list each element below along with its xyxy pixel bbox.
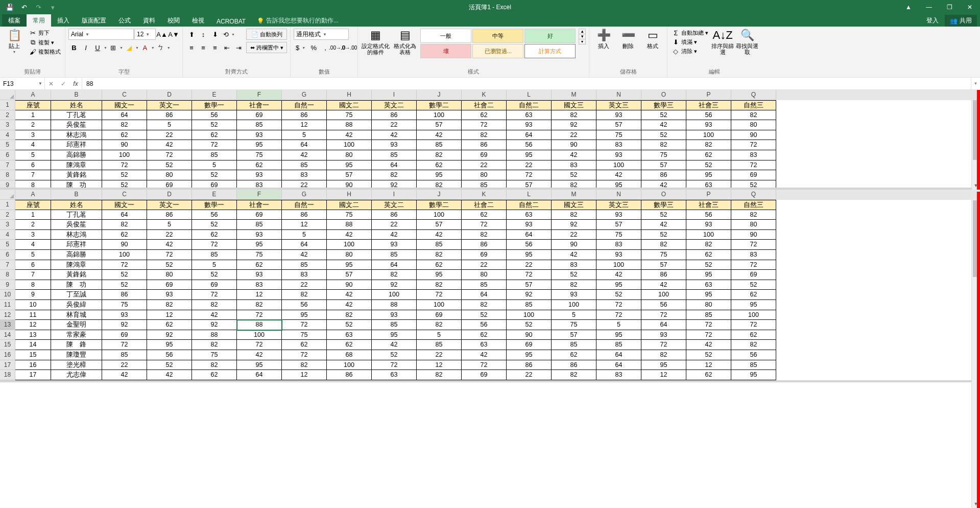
cell[interactable]: 90 xyxy=(731,230,776,240)
cell[interactable]: 93 xyxy=(237,130,282,141)
cell[interactable]: 姓名 xyxy=(51,100,102,110)
cell[interactable]: 93 xyxy=(372,240,417,250)
cell[interactable]: 塗光樟 xyxy=(51,360,102,371)
tab-home[interactable]: 常用 xyxy=(27,14,51,27)
row-header[interactable]: 3 xyxy=(0,120,15,130)
row-header[interactable]: 15 xyxy=(0,340,15,350)
cell[interactable]: 88 xyxy=(237,320,282,330)
cell[interactable]: 2 xyxy=(15,220,51,230)
cell[interactable]: 82 xyxy=(192,360,237,371)
row-header[interactable]: 1 xyxy=(0,100,15,110)
cell[interactable]: 8 xyxy=(15,180,51,190)
cell[interactable]: 75 xyxy=(102,300,147,310)
cell[interactable]: 數學一 xyxy=(192,100,237,110)
cell[interactable]: 100 xyxy=(686,230,731,240)
cell[interactable]: 52 xyxy=(552,170,596,180)
cell[interactable]: 8 xyxy=(15,280,51,290)
cell[interactable]: 52 xyxy=(102,180,147,190)
cell[interactable]: 63 xyxy=(507,210,552,220)
cell[interactable]: 57 xyxy=(552,330,596,340)
cell[interactable]: 82 xyxy=(282,290,327,300)
cell[interactable]: 52 xyxy=(147,360,192,371)
cell[interactable]: 82 xyxy=(552,280,596,290)
column-header[interactable]: Q xyxy=(731,190,776,200)
row-header[interactable]: 13 xyxy=(0,320,15,330)
cell[interactable]: 85 xyxy=(192,150,237,160)
cell[interactable]: 56 xyxy=(507,240,552,250)
cell[interactable]: 12 xyxy=(15,320,51,330)
cell[interactable]: 93 xyxy=(641,330,686,340)
share-button[interactable]: 👥 共用 xyxy=(945,15,977,27)
decrease-indent-icon[interactable]: ⇤ xyxy=(221,42,232,53)
cell[interactable]: 100 xyxy=(102,150,147,160)
cell[interactable]: 12 xyxy=(641,370,686,380)
align-right-icon[interactable]: ≡ xyxy=(209,42,221,53)
cell[interactable]: 72 xyxy=(641,310,686,320)
cell[interactable]: 自然三 xyxy=(731,200,776,210)
cell[interactable]: 42 xyxy=(641,220,686,230)
cell[interactable]: 82 xyxy=(192,300,237,310)
cell[interactable]: 75 xyxy=(641,150,686,160)
column-header[interactable]: K xyxy=(462,90,507,100)
cell[interactable]: 72 xyxy=(731,160,776,171)
align-bottom-icon[interactable]: ⬇ xyxy=(209,29,221,40)
cell[interactable]: 95 xyxy=(237,140,282,150)
cell[interactable]: 56 xyxy=(507,140,552,150)
cell[interactable]: 100 xyxy=(327,140,372,150)
cell[interactable]: 14 xyxy=(15,340,51,350)
cell[interactable]: 85 xyxy=(507,300,552,310)
cut-button[interactable]: ✂剪下 xyxy=(28,29,62,37)
cell[interactable]: 22 xyxy=(552,230,596,240)
cell[interactable]: 12 xyxy=(282,120,327,130)
cell[interactable]: 52 xyxy=(192,120,237,130)
cell[interactable]: 22 xyxy=(462,260,507,270)
cell[interactable]: 72 xyxy=(731,140,776,150)
cell[interactable]: 90 xyxy=(327,180,372,190)
column-header[interactable]: A xyxy=(15,190,51,200)
cell[interactable]: 72 xyxy=(686,320,731,330)
cell[interactable]: 5 xyxy=(417,330,462,340)
cell[interactable]: 83 xyxy=(552,160,596,171)
cell[interactable]: 93 xyxy=(507,120,552,130)
phonetic-button[interactable]: ㄅ xyxy=(155,42,166,53)
style-followed-link[interactable]: 已瀏覽過... xyxy=(472,44,523,58)
qat-more-icon[interactable]: ▾ xyxy=(47,2,58,13)
cell[interactable]: 22 xyxy=(507,370,552,380)
cell[interactable]: 陳鴻章 xyxy=(51,160,102,171)
cell[interactable]: 93 xyxy=(686,220,731,230)
column-header[interactable]: I xyxy=(372,90,417,100)
cell[interactable]: 72 xyxy=(507,270,552,280)
cell[interactable]: 64 xyxy=(507,230,552,240)
cell[interactable]: 64 xyxy=(507,130,552,141)
cell[interactable]: 93 xyxy=(552,290,596,300)
cell[interactable]: 22 xyxy=(282,180,327,190)
row-header[interactable]: 12 xyxy=(0,310,15,320)
cell[interactable]: 75 xyxy=(596,130,641,141)
cell[interactable]: 22 xyxy=(507,160,552,171)
cell[interactable]: 63 xyxy=(507,110,552,121)
cell[interactable]: 82 xyxy=(192,340,237,350)
cell[interactable]: 72 xyxy=(462,360,507,371)
align-top-icon[interactable]: ⬆ xyxy=(186,29,197,40)
cell[interactable]: 69 xyxy=(237,110,282,121)
cell[interactable]: 75 xyxy=(552,320,596,330)
gallery-more-icon[interactable]: ▾ xyxy=(579,39,585,44)
cell[interactable]: 22 xyxy=(372,120,417,130)
cell[interactable]: 5 xyxy=(192,260,237,270)
cell[interactable]: 吳俊緯 xyxy=(51,300,102,310)
gallery-down-icon[interactable]: ▼ xyxy=(579,34,585,39)
cell[interactable]: 82 xyxy=(102,120,147,130)
cell[interactable]: 72 xyxy=(372,360,417,371)
cell[interactable]: 86 xyxy=(327,370,372,380)
cell[interactable]: 85 xyxy=(102,350,147,360)
cell[interactable]: 72 xyxy=(147,150,192,160)
sort-filter-button[interactable]: A↓Z排序與篩選 xyxy=(711,29,734,55)
cell[interactable]: 52 xyxy=(641,110,686,121)
row-header[interactable]: 8 xyxy=(0,170,15,180)
cell[interactable]: 83 xyxy=(237,280,282,290)
cell[interactable]: 42 xyxy=(282,150,327,160)
cell[interactable]: 12 xyxy=(237,290,282,300)
cell[interactable]: 42 xyxy=(372,340,417,350)
cell[interactable]: 100 xyxy=(327,240,372,250)
cell[interactable]: 90 xyxy=(731,130,776,141)
